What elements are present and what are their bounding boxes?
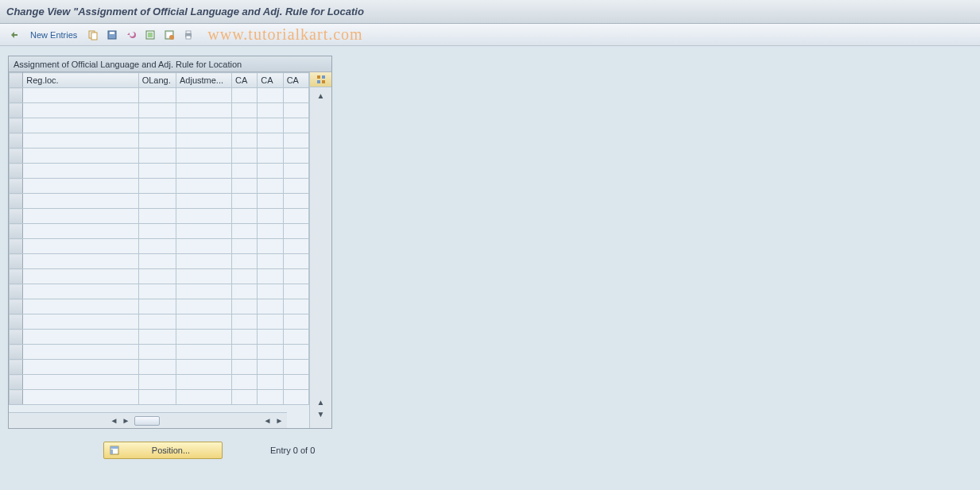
col-ca1[interactable]: CA	[232, 73, 258, 88]
grid-cell[interactable]	[23, 179, 138, 194]
row-selector[interactable]	[10, 209, 23, 224]
table-row[interactable]	[10, 330, 309, 345]
print-icon[interactable]	[180, 27, 196, 43]
grid-cell[interactable]	[283, 133, 308, 149]
grid-cell[interactable]	[258, 345, 283, 360]
table-row[interactable]	[10, 179, 309, 194]
table-row[interactable]	[10, 118, 309, 133]
table-row[interactable]	[10, 149, 309, 164]
grid-cell[interactable]	[258, 164, 283, 179]
grid-cell[interactable]	[283, 149, 308, 164]
grid-cell[interactable]	[258, 360, 283, 375]
grid-cell[interactable]	[138, 375, 176, 390]
grid-cell[interactable]	[258, 118, 283, 133]
grid-cell[interactable]	[232, 345, 258, 360]
grid-cell[interactable]	[23, 149, 138, 164]
grid-cell[interactable]	[283, 194, 308, 209]
grid-cell[interactable]	[176, 345, 232, 360]
grid-cell[interactable]	[258, 375, 283, 390]
grid-cell[interactable]	[283, 330, 308, 345]
table-row[interactable]	[10, 254, 309, 269]
expand-icon[interactable]	[6, 27, 22, 43]
grid-cell[interactable]	[232, 164, 258, 179]
table-settings-icon[interactable]	[310, 72, 331, 87]
table-row[interactable]	[10, 284, 309, 299]
grid-cell[interactable]	[23, 284, 138, 299]
grid-cell[interactable]	[23, 390, 138, 405]
grid-cell[interactable]	[23, 224, 138, 239]
row-selector[interactable]	[10, 345, 23, 360]
grid-cell[interactable]	[23, 103, 138, 118]
row-selector[interactable]	[10, 284, 23, 299]
grid-cell[interactable]	[176, 299, 232, 314]
grid-cell[interactable]	[283, 375, 308, 390]
grid-cell[interactable]	[176, 314, 232, 330]
select-all-icon[interactable]	[142, 27, 158, 43]
grid-cell[interactable]	[283, 299, 308, 314]
grid-cell[interactable]	[283, 88, 308, 103]
col-ca3[interactable]: CA	[283, 73, 308, 88]
table-row[interactable]	[10, 299, 309, 314]
grid-cell[interactable]	[176, 224, 232, 239]
grid-cell[interactable]	[23, 194, 138, 209]
grid-cell[interactable]	[232, 360, 258, 375]
table-row[interactable]	[10, 239, 309, 254]
table-row[interactable]	[10, 360, 309, 375]
grid-cell[interactable]	[258, 330, 283, 345]
col-ca2[interactable]: CA	[258, 73, 283, 88]
grid-cell[interactable]	[283, 269, 308, 284]
position-button[interactable]: Position...	[103, 442, 223, 459]
row-selector[interactable]	[10, 254, 23, 269]
row-selector[interactable]	[10, 330, 23, 345]
grid-cell[interactable]	[283, 118, 308, 133]
grid-cell[interactable]	[23, 118, 138, 133]
undo-icon[interactable]	[123, 27, 139, 43]
grid-cell[interactable]	[23, 314, 138, 330]
grid-cell[interactable]	[138, 179, 176, 194]
table-row[interactable]	[10, 164, 309, 179]
grid-cell[interactable]	[176, 269, 232, 284]
grid-cell[interactable]	[258, 149, 283, 164]
table-row[interactable]	[10, 345, 309, 360]
row-selector[interactable]	[10, 149, 23, 164]
grid-cell[interactable]	[283, 360, 308, 375]
grid-cell[interactable]	[23, 269, 138, 284]
grid-cell[interactable]	[176, 118, 232, 133]
vertical-scrollbar[interactable]: ▲ ▲ ▼	[309, 72, 331, 428]
grid-cell[interactable]	[138, 330, 176, 345]
grid-cell[interactable]	[232, 299, 258, 314]
grid-cell[interactable]	[258, 269, 283, 284]
grid-cell[interactable]	[232, 390, 258, 405]
grid-cell[interactable]	[232, 224, 258, 239]
grid-cell[interactable]	[258, 209, 283, 224]
grid-cell[interactable]	[176, 149, 232, 164]
grid-cell[interactable]	[283, 209, 308, 224]
table-row[interactable]	[10, 103, 309, 118]
grid-cell[interactable]	[283, 164, 308, 179]
row-selector[interactable]	[10, 269, 23, 284]
row-selector[interactable]	[10, 118, 23, 133]
grid-cell[interactable]	[138, 149, 176, 164]
grid-cell[interactable]	[283, 239, 308, 254]
row-selector[interactable]	[10, 194, 23, 209]
grid-cell[interactable]	[138, 209, 176, 224]
hscroll-step-left2-icon[interactable]: ◄	[261, 415, 273, 426]
grid-cell[interactable]	[23, 330, 138, 345]
grid-cell[interactable]	[23, 239, 138, 254]
grid-cell[interactable]	[176, 390, 232, 405]
grid-cell[interactable]	[258, 314, 283, 330]
grid-cell[interactable]	[232, 88, 258, 103]
grid-cell[interactable]	[283, 179, 308, 194]
grid-cell[interactable]	[138, 345, 176, 360]
grid-cell[interactable]	[138, 164, 176, 179]
data-grid[interactable]: Reg.loc. OLang. Adjustme... CA CA CA	[9, 72, 309, 405]
table-row[interactable]	[10, 133, 309, 149]
grid-cell[interactable]	[176, 194, 232, 209]
col-adjustment[interactable]: Adjustme...	[176, 73, 232, 88]
grid-cell[interactable]	[176, 164, 232, 179]
grid-cell[interactable]	[232, 103, 258, 118]
grid-cell[interactable]	[23, 164, 138, 179]
copy-icon[interactable]	[85, 27, 101, 43]
grid-cell[interactable]	[138, 118, 176, 133]
grid-cell[interactable]	[176, 179, 232, 194]
